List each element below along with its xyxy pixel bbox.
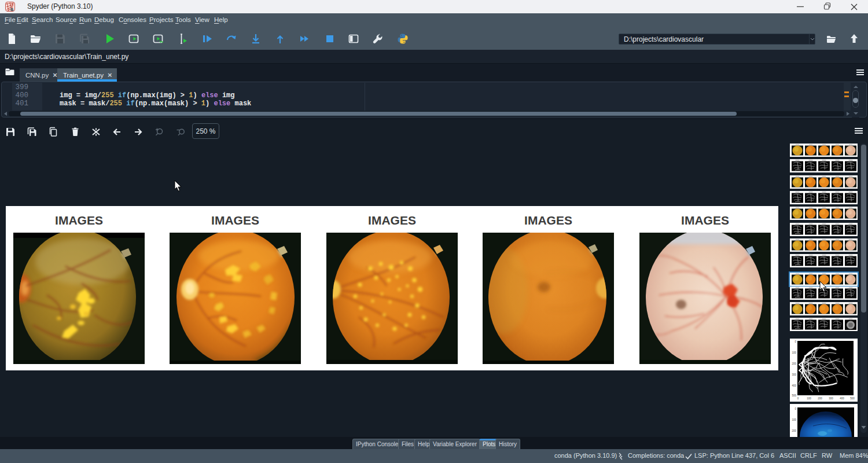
svg-text:300: 300 <box>829 397 833 400</box>
svg-text:100: 100 <box>792 351 796 354</box>
svg-text:100: 100 <box>792 418 796 421</box>
svg-text:400: 400 <box>840 397 844 400</box>
svg-text:s: s <box>11 6 14 12</box>
svg-text:200: 200 <box>818 397 822 400</box>
svg-text:400: 400 <box>792 384 796 387</box>
svg-text:500: 500 <box>792 394 796 397</box>
svg-text:300: 300 <box>792 373 796 376</box>
svg-text:200: 200 <box>792 429 796 432</box>
svg-text:100: 100 <box>807 397 811 400</box>
svg-text:500: 500 <box>850 397 855 400</box>
svg-text:200: 200 <box>792 362 796 365</box>
